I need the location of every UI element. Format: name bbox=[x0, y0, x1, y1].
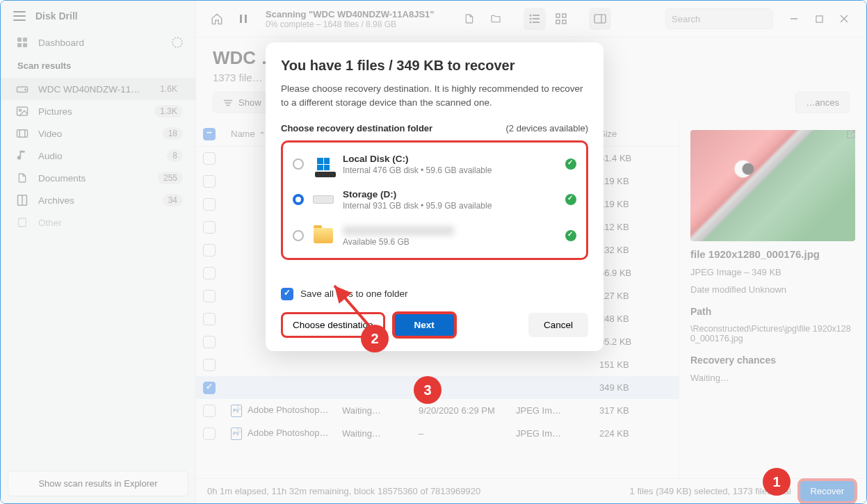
save-all-label: Save all files to one folder bbox=[300, 288, 408, 299]
destination-option[interactable]: Storage (D:)Internal 931 GB disk • 95.9 … bbox=[290, 182, 579, 218]
destination-radio[interactable] bbox=[293, 158, 304, 170]
destination-sub: Available 59.6 GB bbox=[343, 237, 557, 247]
save-all-checkbox[interactable] bbox=[281, 288, 293, 300]
destination-sub: Internal 476 GB disk • 59.6 GB available bbox=[343, 165, 557, 175]
check-icon bbox=[565, 230, 576, 241]
drive-icon bbox=[312, 192, 334, 207]
next-button[interactable]: Next bbox=[392, 311, 457, 339]
destination-option[interactable]: Local Disk (C:)Internal 476 GB disk • 59… bbox=[290, 147, 579, 182]
check-icon bbox=[565, 158, 576, 170]
destination-radio[interactable] bbox=[293, 194, 304, 205]
modal-desc: Please choose recovery destination. It i… bbox=[281, 82, 588, 111]
modal-title: You have 1 files / 349 KB to recover bbox=[281, 58, 588, 74]
recovery-modal: You have 1 files / 349 KB to recover Ple… bbox=[266, 42, 603, 351]
destination-radio[interactable] bbox=[293, 230, 304, 241]
destination-option[interactable]: Available 59.6 GB bbox=[290, 218, 579, 254]
destination-sub: Internal 931 GB disk • 95.9 GB available bbox=[343, 201, 557, 211]
choose-destination-button[interactable]: Choose destination bbox=[281, 312, 385, 338]
modal-choose-label: Choose recovery destination folder bbox=[281, 123, 432, 133]
destination-list: Local Disk (C:)Internal 476 GB disk • 59… bbox=[281, 140, 588, 260]
modal-devices-avail: (2 devices available) bbox=[505, 123, 588, 133]
drive-icon bbox=[312, 228, 334, 243]
cancel-button[interactable]: Cancel bbox=[528, 313, 588, 337]
check-icon bbox=[565, 194, 576, 205]
drive-icon bbox=[312, 156, 334, 172]
